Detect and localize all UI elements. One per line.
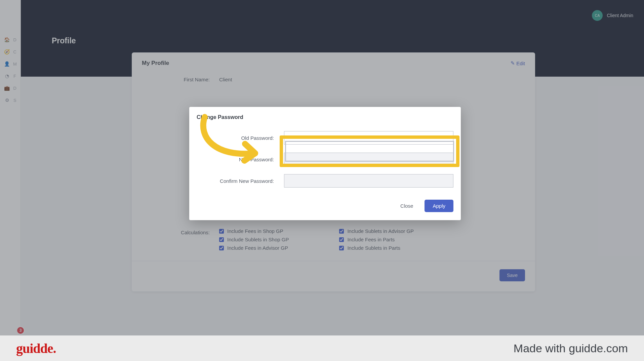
made-with-text: Made with guidde.com <box>514 342 628 355</box>
modal-actions: Close Apply <box>197 200 453 212</box>
apply-button[interactable]: Apply <box>425 200 453 212</box>
confirm-password-label: Confirm New Password: <box>197 178 284 184</box>
close-button[interactable]: Close <box>395 200 418 212</box>
guidde-footer: guidde. Made with guidde.com <box>0 335 644 361</box>
modal-row-confirm-password: Confirm New Password: <box>197 174 453 188</box>
old-password-input[interactable] <box>284 131 453 145</box>
guidde-logo: guidde. <box>16 340 56 356</box>
new-password-label: New Password: <box>197 157 284 162</box>
modal-row-new-password: New Password: <box>197 153 453 166</box>
confirm-password-input[interactable] <box>284 174 453 188</box>
modal-row-old-password: Old Password: <box>197 131 453 145</box>
change-password-modal: Change Password Old Password: New Passwo… <box>189 107 461 220</box>
app-root: 🏠 D 🧭 C 👤 M ◔ F 💼 D ⚙ S 3 CA Client Admi… <box>0 0 644 361</box>
old-password-label: Old Password: <box>197 135 284 141</box>
new-password-input[interactable] <box>284 153 453 166</box>
modal-title: Change Password <box>197 114 453 120</box>
